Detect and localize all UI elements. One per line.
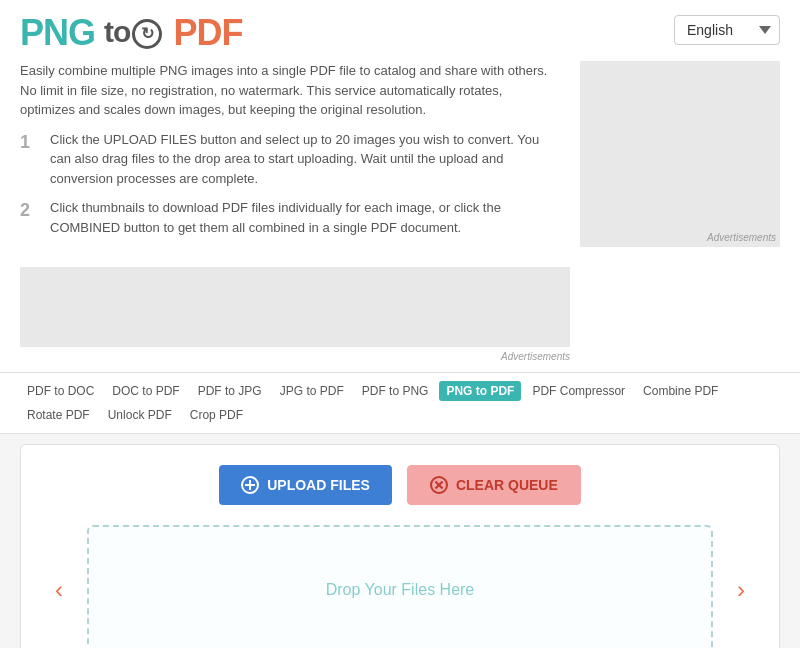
content-area: Easily combine multiple PNG images into … — [0, 61, 800, 257]
logo: PNG to PDF — [20, 15, 242, 51]
x-icon — [430, 476, 448, 494]
step-1-text: Click the UPLOAD FILES button and select… — [50, 130, 560, 189]
language-select[interactable]: English Español Français Deutsch Portugu… — [674, 15, 780, 45]
tool-nav-item-crop-pdf[interactable]: Crop PDF — [183, 405, 250, 425]
drop-zone-wrapper: ‹ Drop Your Files Here › — [41, 525, 759, 648]
tool-nav-item-pdf-to-jpg[interactable]: PDF to JPG — [191, 381, 269, 401]
tool-nav-item-pdf-to-png[interactable]: PDF to PNG — [355, 381, 436, 401]
step-2-number: 2 — [20, 198, 40, 223]
drop-zone-text: Drop Your Files Here — [326, 581, 475, 599]
intro-text: Easily combine multiple PNG images into … — [20, 61, 560, 120]
tool-nav-item-pdf-to-doc[interactable]: PDF to DOC — [20, 381, 101, 401]
tool-buttons: UPLOAD FILES CLEAR QUEUE — [41, 465, 759, 505]
ad-banner-inner — [20, 267, 570, 347]
prev-arrow-button[interactable]: ‹ — [41, 572, 77, 608]
step-1-number: 1 — [20, 130, 40, 155]
upload-button[interactable]: UPLOAD FILES — [219, 465, 392, 505]
tool-nav-item-doc-to-pdf[interactable]: DOC to PDF — [105, 381, 186, 401]
clear-label: CLEAR QUEUE — [456, 477, 558, 493]
tool-nav-item-png-to-pdf[interactable]: PNG to PDF — [439, 381, 521, 401]
ad-banner: Advertisements — [0, 257, 800, 372]
drop-zone[interactable]: Drop Your Files Here — [87, 525, 713, 648]
header: PNG to PDF English Español Français Deut… — [0, 0, 800, 61]
tool-nav-item-combine-pdf[interactable]: Combine PDF — [636, 381, 725, 401]
steps-list: 1 Click the UPLOAD FILES button and sele… — [20, 130, 560, 238]
step-1: 1 Click the UPLOAD FILES button and sele… — [20, 130, 560, 189]
upload-label: UPLOAD FILES — [267, 477, 370, 493]
logo-to: to — [104, 17, 164, 49]
tool-nav-item-unlock-pdf[interactable]: Unlock PDF — [101, 405, 179, 425]
logo-rotate-icon — [132, 19, 162, 49]
description-area: Easily combine multiple PNG images into … — [20, 61, 560, 247]
logo-pdf: PDF — [173, 15, 242, 51]
logo-png: PNG — [20, 15, 95, 51]
ad-box-right: Advertisements — [580, 61, 780, 247]
ad-banner-label: Advertisements — [20, 347, 570, 362]
next-arrow-button[interactable]: › — [723, 572, 759, 608]
tool-nav-item-pdf-compressor[interactable]: PDF Compressor — [525, 381, 632, 401]
clear-button[interactable]: CLEAR QUEUE — [407, 465, 581, 505]
tool-nav-item-jpg-to-pdf[interactable]: JPG to PDF — [273, 381, 351, 401]
plus-icon — [241, 476, 259, 494]
ad-label-right: Advertisements — [703, 228, 780, 247]
step-2: 2 Click thumbnails to download PDF files… — [20, 198, 560, 237]
tool-nav-item-rotate-pdf[interactable]: Rotate PDF — [20, 405, 97, 425]
step-2-text: Click thumbnails to download PDF files i… — [50, 198, 560, 237]
tool-nav: PDF to DOCDOC to PDFPDF to JPGJPG to PDF… — [0, 372, 800, 434]
tool-area: UPLOAD FILES CLEAR QUEUE ‹ Drop Your Fil… — [20, 444, 780, 648]
